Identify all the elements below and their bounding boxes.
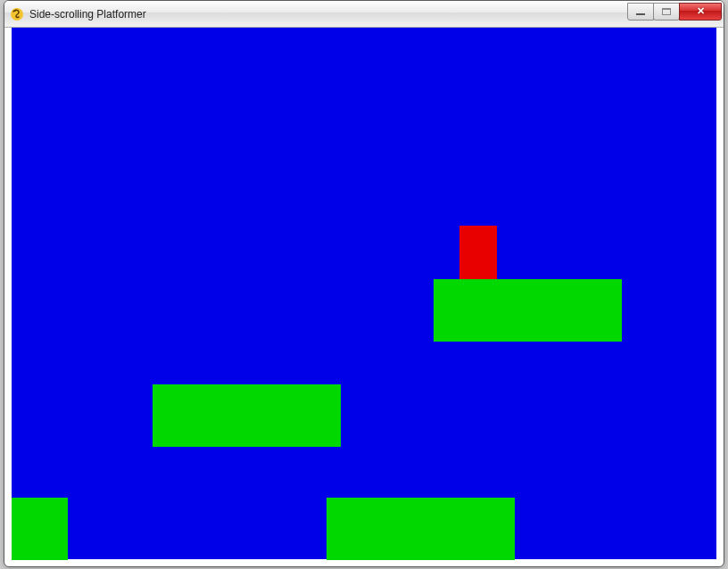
app-window: Side-scrolling Platformer ✕ bbox=[4, 0, 724, 567]
svg-point-1 bbox=[14, 10, 16, 12]
minimize-icon bbox=[636, 13, 645, 15]
platform bbox=[153, 384, 341, 447]
platform bbox=[12, 498, 68, 560]
platform bbox=[434, 279, 622, 342]
window-title: Side-scrolling Platformer bbox=[29, 8, 628, 21]
player-sprite bbox=[459, 226, 497, 279]
close-button[interactable]: ✕ bbox=[679, 3, 722, 21]
titlebar[interactable]: Side-scrolling Platformer ✕ bbox=[4, 1, 724, 28]
maximize-icon bbox=[662, 8, 671, 15]
platform bbox=[327, 498, 515, 560]
close-icon: ✕ bbox=[697, 5, 705, 17]
minimize-button[interactable] bbox=[627, 3, 654, 21]
game-canvas[interactable] bbox=[12, 28, 716, 559]
pygame-snake-icon bbox=[10, 7, 24, 21]
window-controls: ✕ bbox=[628, 3, 722, 21]
maximize-button[interactable] bbox=[653, 3, 680, 21]
